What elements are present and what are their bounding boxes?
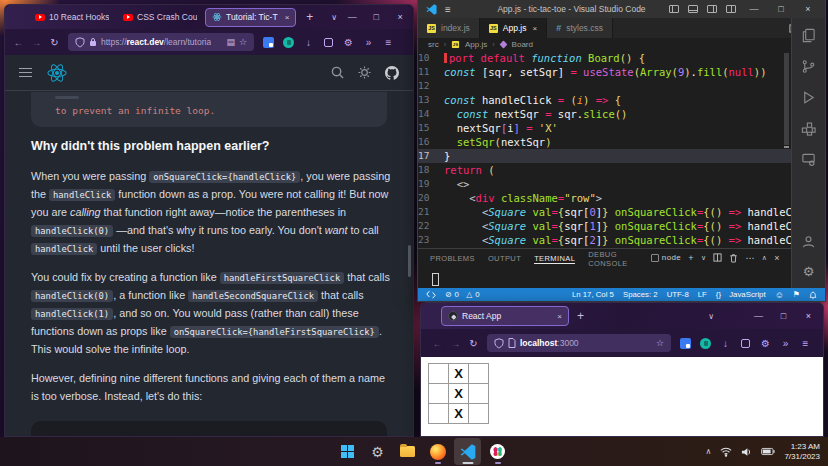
panel-tab-debug-console[interactable]: DEBUG CONSOLE	[588, 248, 638, 268]
run-debug-icon[interactable]	[801, 90, 816, 105]
url-text[interactable]: localhost:3000	[520, 338, 579, 348]
close-button[interactable]: ×	[389, 6, 411, 28]
pocket-icon[interactable]	[324, 38, 333, 47]
customize-layout-icon[interactable]	[726, 5, 736, 13]
github-icon[interactable]	[385, 66, 399, 80]
reload-button[interactable]: ↻	[46, 37, 63, 48]
speaker-icon[interactable]	[741, 447, 752, 457]
tab-close-icon[interactable]: ×	[557, 312, 562, 321]
new-tab-button[interactable]: +	[577, 309, 584, 323]
back-button[interactable]: ←	[10, 37, 27, 48]
language-mode[interactable]: {} JavaScript	[716, 290, 766, 299]
code-line-22[interactable]: 22 <Square val={sqr[1]} onSquareClick={(…	[418, 219, 792, 233]
ttt-square[interactable]	[429, 364, 449, 384]
line-number[interactable]: 19	[418, 177, 444, 191]
overflow-chevrons-icon[interactable]: »	[776, 338, 795, 349]
browser-tab-react-hooks[interactable]: 10 React Hooks	[29, 8, 115, 27]
line-number[interactable]: 23	[418, 233, 444, 247]
code-line-17[interactable]: 17}	[418, 149, 792, 163]
new-tab-button[interactable]: +	[306, 10, 313, 24]
panel-tab-output[interactable]: OUTPUT	[488, 252, 521, 263]
remote-indicator-icon[interactable]	[426, 290, 436, 299]
vscode-menu-icon[interactable]: ≡	[445, 4, 451, 15]
code-line-14[interactable]: 14 const nextSqr = sqr.slice()	[418, 107, 792, 121]
split-terminal-icon[interactable]	[713, 253, 722, 262]
back-button[interactable]: ←	[429, 338, 446, 349]
maximize-button[interactable]: □	[772, 4, 790, 14]
shield-icon[interactable]	[75, 37, 85, 48]
code-line-15[interactable]: 15 nextSqr[i] = 'X'	[418, 121, 792, 135]
code-line-12[interactable]: 12	[418, 79, 792, 93]
panel-tab-problems[interactable]: PROBLEMS	[430, 252, 475, 263]
line-number[interactable]: 20	[418, 191, 444, 205]
gear-icon[interactable]: ⚙	[756, 338, 775, 349]
taskbar-settings[interactable]: ⚙	[364, 438, 391, 465]
extension-teal-icon[interactable]	[700, 338, 711, 349]
toggle-secondary-sidebar-icon[interactable]	[707, 5, 717, 13]
forward-button[interactable]: →	[447, 338, 464, 349]
maximize-button[interactable]: □	[365, 6, 387, 28]
shield-icon[interactable]	[494, 338, 504, 349]
wifi-icon[interactable]	[720, 447, 732, 457]
extension-blue-icon[interactable]	[263, 37, 274, 48]
code-line-18[interactable]: 18return (	[418, 163, 792, 177]
maximize-panel-icon[interactable]: ∧	[762, 254, 768, 262]
indent-setting[interactable]: Spaces: 2	[623, 290, 658, 299]
cursor-position[interactable]: Ln 17, Col 5	[572, 290, 614, 299]
settings-gear-icon[interactable]: ⚙	[803, 265, 815, 278]
line-number[interactable]: 14	[418, 107, 444, 121]
tray-clock[interactable]: 1:23 AM7/31/2023	[784, 442, 820, 461]
menu-icon[interactable]: ≡	[796, 338, 815, 349]
code-line-19[interactable]: 19 <>	[418, 177, 792, 191]
editor-scrollbar[interactable]	[784, 53, 789, 145]
extension-blue-icon[interactable]	[680, 338, 691, 349]
code-line-10[interactable]: 10port default function Board() {	[418, 51, 792, 65]
feedback-smiley-icon[interactable]: ☺	[775, 290, 784, 300]
reload-button[interactable]: ↻	[465, 338, 482, 349]
line-number[interactable]: 12	[418, 79, 444, 93]
line-number[interactable]: 15	[418, 121, 444, 135]
code-line-20[interactable]: 20 <div className="row">	[418, 191, 792, 205]
code-line-16[interactable]: 16 setSqr(nextSqr)	[418, 135, 792, 149]
code-editor[interactable]: 10port default function Board() {11const…	[418, 51, 792, 248]
explorer-icon[interactable]	[801, 28, 816, 43]
page-scrollbar[interactable]	[408, 245, 411, 277]
more-actions-icon[interactable]: ⋯	[745, 253, 754, 263]
terminal-profile-badge[interactable]: node	[651, 253, 681, 262]
encoding[interactable]: UTF-8	[667, 290, 689, 299]
breadcrumb-file[interactable]: App.js	[465, 40, 487, 49]
search-icon[interactable]	[331, 66, 344, 79]
theme-toggle-icon[interactable]	[358, 66, 371, 79]
tab-close-icon[interactable]: ×	[285, 13, 290, 22]
address-bar[interactable]: localhost:3000 ☆	[487, 334, 671, 352]
account-icon[interactable]	[801, 234, 816, 249]
downloads-icon[interactable]: ↓	[299, 37, 318, 48]
start-button[interactable]	[334, 438, 361, 465]
taskbar-vscode[interactable]	[454, 438, 481, 465]
problems-status[interactable]: ⊘ 0 △ 0	[445, 290, 480, 299]
extension-teal-icon[interactable]	[283, 37, 294, 48]
code-line-21[interactable]: 21 <Square val={sqr[0]} onSquareClick={(…	[418, 205, 792, 219]
overflow-chevrons-icon[interactable]: »	[359, 37, 378, 48]
remote-explorer-icon[interactable]	[801, 152, 816, 167]
ttt-square[interactable]	[469, 384, 489, 404]
tray-chevron-up-icon[interactable]: ∧	[706, 447, 712, 456]
toggle-sidebar-icon[interactable]	[669, 5, 679, 13]
breadcrumb-root[interactable]: src	[428, 40, 439, 49]
chevron-down-icon[interactable]: ∨	[701, 254, 707, 262]
list-tabs-chevron-icon[interactable]: ∨	[708, 312, 714, 321]
source-control-icon[interactable]	[801, 59, 816, 74]
new-terminal-icon[interactable]: +	[688, 253, 694, 263]
ttt-square[interactable]	[429, 384, 449, 404]
editor-tab-stylescss[interactable]: # styles.css	[547, 18, 613, 38]
ttt-square[interactable]: X	[449, 404, 469, 424]
line-number[interactable]: 21	[418, 205, 444, 219]
forward-button[interactable]: →	[28, 37, 45, 48]
ttt-square[interactable]: X	[449, 364, 469, 384]
downloads-icon[interactable]: ↓	[716, 338, 735, 349]
notifications-bell-icon[interactable]	[809, 290, 817, 300]
line-number[interactable]: 10	[418, 51, 444, 65]
code-line-23[interactable]: 23 <Square val={sqr[2]} onSquareClick={(…	[418, 233, 792, 247]
url-text[interactable]: https://react.dev/learn/tutoria	[101, 37, 211, 47]
extensions-icon[interactable]	[801, 121, 816, 136]
